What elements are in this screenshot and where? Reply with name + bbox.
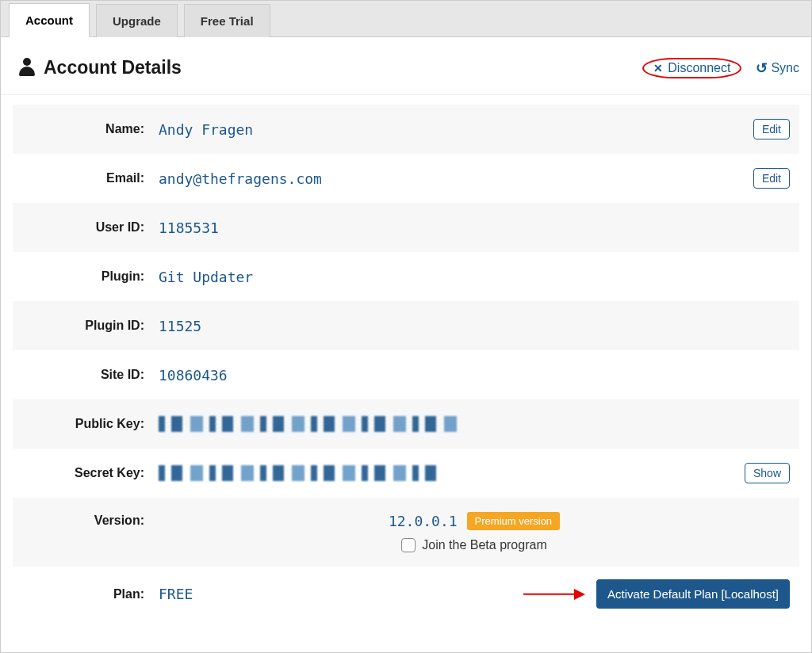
value-site-id: 10860436	[159, 367, 790, 384]
tab-bar: Account Upgrade Free Trial	[1, 1, 811, 37]
tab-account[interactable]: Account	[9, 3, 90, 37]
arrow-annotation	[523, 587, 585, 601]
label-name: Name:	[22, 122, 159, 136]
value-plugin-id: 11525	[159, 318, 790, 334]
details-list: Name: Andy Fragen Edit Email: andy@thefr…	[1, 95, 811, 631]
label-email: Email:	[22, 171, 159, 185]
label-user-id: User ID:	[22, 220, 159, 235]
header-left: Account Details	[18, 57, 182, 78]
page-title: Account Details	[44, 57, 182, 78]
sync-link[interactable]: ↺ Sync	[756, 59, 799, 77]
activate-plan-button[interactable]: Activate Default Plan [Localhost]	[596, 579, 790, 609]
show-secret-button[interactable]: Show	[745, 463, 790, 483]
header-right: ✕ Disconnect ↺ Sync	[642, 58, 799, 78]
value-user-id: 1185531	[159, 220, 790, 236]
beta-label: Join the Beta program	[422, 538, 546, 552]
row-plugin: Plugin: Git Updater	[13, 252, 799, 301]
label-plan: Plan:	[22, 587, 159, 601]
label-site-id: Site ID:	[22, 368, 159, 382]
row-plugin-id: Plugin ID: 11525	[13, 301, 799, 350]
tab-upgrade[interactable]: Upgrade	[96, 4, 178, 37]
row-secret-key: Secret Key: Show	[13, 449, 799, 498]
value-secret-key	[159, 465, 745, 481]
beta-row: Join the Beta program	[401, 538, 546, 552]
row-plan: Plan: FREE Activate Default Plan [Localh…	[13, 567, 799, 621]
value-version-block: 12.0.0.1 Premium version Join the Beta p…	[159, 512, 790, 552]
sync-icon: ↺	[756, 59, 768, 77]
value-name: Andy Fragen	[159, 121, 753, 138]
row-name: Name: Andy Fragen Edit	[13, 105, 799, 154]
label-plugin: Plugin:	[22, 269, 159, 284]
person-icon	[18, 58, 36, 78]
value-version: 12.0.0.1	[389, 513, 458, 529]
secret-key-blurred	[159, 465, 444, 481]
tab-free-trial[interactable]: Free Trial	[184, 4, 270, 37]
row-user-id: User ID: 1185531	[13, 203, 799, 252]
sync-label: Sync	[771, 61, 799, 75]
disconnect-link[interactable]: ✕ Disconnect	[642, 58, 741, 78]
beta-checkbox[interactable]	[401, 538, 416, 552]
value-email: andy@thefragens.com	[159, 170, 753, 187]
row-email: Email: andy@thefragens.com Edit	[13, 154, 799, 203]
close-icon: ✕	[653, 62, 663, 74]
label-version: Version:	[22, 512, 159, 528]
disconnect-label: Disconnect	[668, 61, 730, 75]
row-public-key: Public Key:	[13, 399, 799, 449]
public-key-blurred	[159, 416, 460, 432]
label-plugin-id: Plugin ID:	[22, 319, 159, 333]
edit-name-button[interactable]: Edit	[753, 119, 790, 139]
label-public-key: Public Key:	[22, 417, 159, 431]
label-secret-key: Secret Key:	[22, 466, 159, 480]
edit-email-button[interactable]: Edit	[753, 168, 790, 189]
value-plan: FREE	[159, 586, 523, 602]
header-row: Account Details ✕ Disconnect ↺ Sync	[1, 37, 811, 95]
premium-badge: Premium version	[467, 512, 561, 530]
value-public-key	[159, 416, 790, 432]
value-plugin: Git Updater	[159, 269, 790, 285]
row-site-id: Site ID: 10860436	[13, 350, 799, 399]
content-panel: Account Details ✕ Disconnect ↺ Sync Name…	[1, 37, 811, 631]
row-version: Version: 12.0.0.1 Premium version Join t…	[13, 498, 799, 567]
